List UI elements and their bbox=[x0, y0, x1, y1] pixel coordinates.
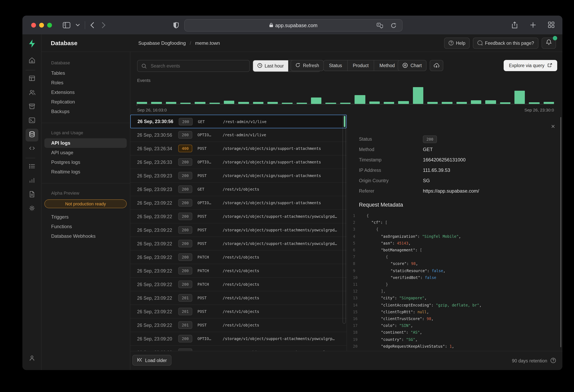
sidebar-item-api-logs[interactable]: API logs bbox=[44, 138, 127, 148]
chart-bar[interactable] bbox=[326, 103, 336, 104]
table-scrollbar-thumb[interactable] bbox=[344, 116, 345, 127]
share-icon[interactable] bbox=[509, 19, 520, 30]
chart-bar[interactable] bbox=[369, 101, 380, 104]
privacy-shield-icon[interactable] bbox=[170, 20, 182, 31]
chart-bar[interactable] bbox=[224, 101, 234, 104]
load-older-button[interactable]: Load older bbox=[132, 355, 172, 366]
help-button[interactable]: Help bbox=[444, 37, 470, 49]
rail-item-users[interactable] bbox=[25, 87, 38, 99]
log-row[interactable]: 26 Sep, 23:09:22200POST/storage/v1/objec… bbox=[130, 237, 347, 251]
rail-item-list[interactable] bbox=[25, 161, 38, 174]
sidebar-item-postgres-logs[interactable]: Postgres logs bbox=[44, 157, 127, 167]
sidebar-toggle-icon[interactable] bbox=[61, 20, 72, 31]
detail-scrollbar-thumb[interactable] bbox=[560, 117, 561, 347]
chart-bar[interactable] bbox=[180, 103, 191, 104]
sidebar-item-realtime-logs[interactable]: Realtime logs bbox=[44, 167, 127, 176]
chart-bar[interactable] bbox=[355, 95, 365, 104]
sidebar-item-extensions[interactable]: Extensions bbox=[44, 88, 127, 97]
chart-bar[interactable] bbox=[267, 102, 278, 104]
reload-icon[interactable] bbox=[388, 20, 399, 31]
log-row[interactable]: 26 Sep, 23:09:22201POST/rest/v1/objects bbox=[130, 318, 347, 332]
rail-item-reports[interactable] bbox=[25, 175, 38, 187]
rail-item-terminal[interactable] bbox=[25, 115, 38, 127]
chevron-down-icon[interactable] bbox=[72, 20, 83, 31]
log-row[interactable]: 26 Sep, 23:26:33200OPTIO…/storage/v1/obj… bbox=[130, 156, 347, 169]
log-row[interactable]: 26 Sep, 23:09:20200OPTIO…/storage/v1/obj… bbox=[130, 346, 347, 351]
rail-item-database[interactable] bbox=[25, 129, 38, 141]
rail-item-code[interactable] bbox=[25, 143, 38, 156]
tab-overview-icon[interactable] bbox=[546, 19, 557, 30]
chart-bar[interactable] bbox=[166, 102, 176, 104]
chart-bar[interactable] bbox=[384, 102, 394, 104]
sidebar-item-functions[interactable]: Functions bbox=[44, 222, 127, 231]
zoom-window-button[interactable] bbox=[47, 22, 52, 27]
search-events-field[interactable] bbox=[137, 60, 250, 72]
chart-bar[interactable] bbox=[456, 102, 467, 104]
log-row[interactable]: 26 Sep, 23:09:22200POST/storage/v1/objec… bbox=[130, 210, 347, 223]
log-row[interactable]: 26 Sep, 23:09:23200GET/rest/v1/objects bbox=[130, 183, 347, 196]
chart-toggle-button[interactable]: Chart bbox=[398, 60, 427, 71]
feedback-button[interactable]: Feedback on this page? bbox=[473, 37, 538, 49]
sidebar-item-roles[interactable]: Roles bbox=[44, 78, 127, 88]
close-window-button[interactable] bbox=[31, 22, 36, 27]
chart-bar[interactable] bbox=[471, 100, 481, 104]
chart-bar[interactable] bbox=[442, 102, 452, 104]
log-row[interactable]: 26 Sep, 23:30:56200GET/rest-admin/v1/liv… bbox=[130, 115, 347, 128]
sidebar-item-api-usage[interactable]: API usage bbox=[44, 148, 127, 157]
sidebar-item-backups[interactable]: Backups bbox=[44, 107, 127, 116]
chart-bar[interactable] bbox=[514, 91, 525, 104]
chart-bar[interactable] bbox=[500, 102, 511, 104]
chart-bar[interactable] bbox=[340, 103, 351, 104]
chart-bar[interactable] bbox=[311, 98, 322, 104]
log-row[interactable]: 26 Sep, 23:09:20200OPTIO…/storage/v1/obj… bbox=[130, 332, 347, 346]
new-tab-icon[interactable] bbox=[527, 19, 538, 30]
rail-item-docs[interactable] bbox=[25, 189, 38, 201]
table-scrollbar-track[interactable] bbox=[343, 115, 346, 324]
filter-product[interactable]: Product bbox=[347, 60, 374, 71]
chart-bar[interactable] bbox=[398, 101, 409, 104]
supabase-logo[interactable] bbox=[27, 39, 36, 50]
rail-item-gear[interactable] bbox=[25, 203, 38, 216]
question-circle-icon[interactable] bbox=[551, 357, 556, 364]
close-icon[interactable]: ✕ bbox=[551, 123, 555, 129]
chart-bar[interactable] bbox=[209, 103, 220, 104]
log-row[interactable]: 26 Sep, 23:09:22200PATCH/rest/v1/objects bbox=[130, 278, 347, 291]
log-row[interactable]: 26 Sep, 23:09:22200PATCH/rest/v1/objects bbox=[130, 264, 347, 278]
rail-item-storage[interactable] bbox=[25, 101, 38, 114]
breadcrumb-org[interactable]: Supabase Dogfooding bbox=[138, 40, 186, 46]
sidebar-item-database-webhooks[interactable]: Database Webhooks bbox=[44, 231, 127, 241]
explore-via-query-button[interactable]: Explore via query bbox=[504, 60, 557, 71]
time-range-last-hour[interactable]: Last hour bbox=[253, 60, 288, 72]
sidebar-item-replication[interactable]: Replication bbox=[44, 97, 127, 107]
rail-item-home[interactable] bbox=[25, 55, 38, 68]
chart-bar[interactable] bbox=[413, 87, 423, 104]
back-icon[interactable] bbox=[87, 20, 98, 31]
chart-bar[interactable] bbox=[195, 102, 205, 104]
log-row[interactable]: 26 Sep, 23:30:56200OPTIO…/rest-admin/v1/… bbox=[130, 128, 347, 142]
chart-bar[interactable] bbox=[297, 103, 307, 104]
filter-method[interactable]: Method bbox=[374, 60, 400, 71]
log-row[interactable]: 26 Sep, 23:09:22200PATCH/rest/v1/objects bbox=[130, 251, 347, 264]
connection-status-button[interactable] bbox=[430, 60, 443, 71]
account-icon[interactable] bbox=[25, 352, 38, 364]
chart-bar[interactable] bbox=[238, 102, 249, 104]
chart-bar[interactable] bbox=[427, 102, 438, 104]
log-row[interactable]: 26 Sep, 23:09:22200OPTIO…/storage/v1/obj… bbox=[130, 196, 347, 210]
address-bar[interactable]: app.supabase.com A bbox=[184, 19, 403, 32]
refresh-button[interactable]: Refresh bbox=[291, 60, 324, 71]
log-row[interactable]: 26 Sep, 23:09:23200POST/storage/v1/objec… bbox=[130, 169, 347, 183]
forward-icon[interactable] bbox=[98, 20, 109, 31]
breadcrumb-project[interactable]: meme.town bbox=[195, 40, 220, 46]
sidebar-item-tables[interactable]: Tables bbox=[44, 68, 127, 78]
rail-item-table[interactable] bbox=[25, 73, 38, 85]
chart-bar[interactable] bbox=[137, 102, 147, 104]
chart-bar[interactable] bbox=[253, 102, 264, 104]
log-row[interactable]: 26 Sep, 23:09:22200POST/storage/v1/objec… bbox=[130, 223, 347, 237]
chart-bar[interactable] bbox=[282, 103, 293, 104]
log-row[interactable]: 26 Sep, 23:09:22201POST/rest/v1/objects bbox=[130, 305, 347, 318]
filter-status[interactable]: Status bbox=[324, 60, 347, 71]
notifications-button[interactable] bbox=[542, 37, 556, 49]
chart-bar[interactable] bbox=[529, 102, 540, 104]
chart-bar[interactable] bbox=[543, 102, 554, 104]
minimize-window-button[interactable] bbox=[39, 22, 44, 27]
